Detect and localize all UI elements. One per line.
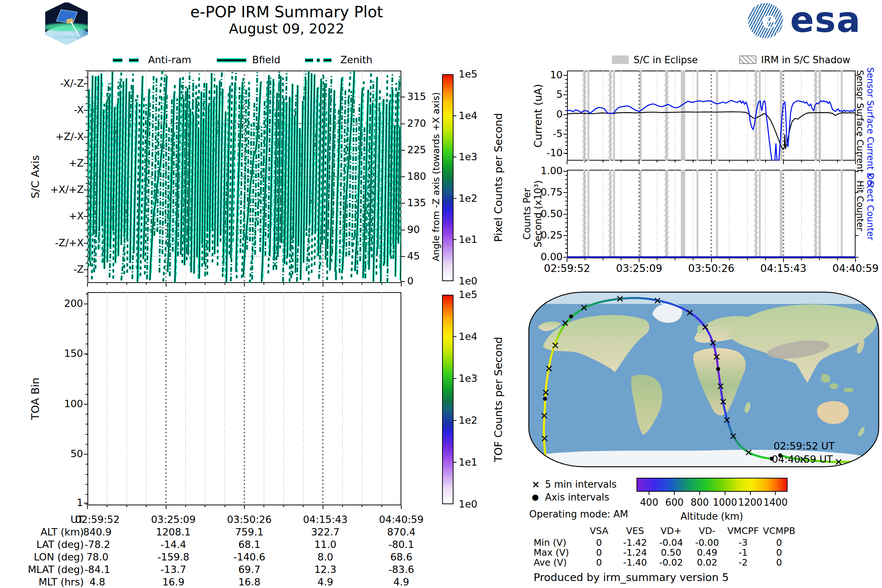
counts-plot-svg xyxy=(567,170,855,258)
voltage-cell: 0.50 xyxy=(651,547,691,558)
bfield-legend-label: Bfield xyxy=(252,54,280,65)
axis-tick xyxy=(401,256,405,257)
pixel-colorbar-tick-label: 1e3 xyxy=(459,151,477,162)
toa-tick-label: 200 xyxy=(51,298,83,309)
ephemeris-cell: -13.7 xyxy=(138,564,208,575)
axis-tick xyxy=(86,176,87,177)
pixel-colorbar-tick-label: 1e5 xyxy=(459,68,477,80)
axis-tick xyxy=(86,143,87,144)
current-plot-svg xyxy=(567,70,855,160)
axis-tick xyxy=(86,303,87,304)
pixel-colorbar-tick-label: 1e0 xyxy=(459,275,477,286)
voltage-cell: 0.02 xyxy=(687,557,727,568)
axis-tick xyxy=(565,210,567,210)
axis-tick xyxy=(401,123,405,124)
axis-tick xyxy=(86,474,87,475)
ephemeris-cell: 4.9 xyxy=(366,576,436,588)
axis-tick xyxy=(693,160,693,162)
axis-tick xyxy=(86,210,87,210)
axis-tick xyxy=(86,103,87,104)
axis-tick xyxy=(565,218,567,219)
altitude-colorbar-label: Altitude (km) xyxy=(657,511,767,522)
voltage-cell: -0.00 xyxy=(687,537,727,548)
axis-tick xyxy=(86,454,87,454)
ephemeris-cell: -84.1 xyxy=(63,564,132,575)
counts-right-label-blue: Detect Counter xyxy=(865,173,875,240)
axis-tick xyxy=(565,235,567,236)
ephemeris-cell: 4.8 xyxy=(63,576,132,588)
axis-tick xyxy=(303,506,303,507)
produced-by-note: Produced by irm_summary version 5 xyxy=(534,571,729,584)
axis-tick xyxy=(565,214,567,214)
voltage-cell: -0.04 xyxy=(651,537,691,548)
axis-tick xyxy=(86,243,87,244)
axis-tick xyxy=(565,184,567,184)
axis-tick xyxy=(674,492,675,495)
ephemeris-cell: 02:59:52 xyxy=(63,514,132,525)
axis-tick xyxy=(585,258,585,260)
axis-tick xyxy=(639,258,639,262)
axis-tick xyxy=(126,283,127,285)
axis-tick xyxy=(86,384,87,384)
figure-canvas: CASSIOPE e-POP IRM Summary Plot August 0… xyxy=(0,0,882,588)
voltage-cell: -2 xyxy=(723,557,763,568)
counts-tick-label: 1.00 xyxy=(530,165,562,176)
axis-tick xyxy=(563,257,567,258)
voltage-cell: -1.24 xyxy=(615,547,655,558)
ephemeris-cell: 840.9 xyxy=(63,526,132,538)
ephemeris-cell: 322.7 xyxy=(290,526,360,538)
voltage-cell: 0 xyxy=(759,547,800,558)
axis-tick xyxy=(855,192,858,193)
counts-tick-label: 0.25 xyxy=(530,230,562,241)
voltage-cell: 0.49 xyxy=(687,547,727,558)
toa-bin-ylabel: TOA Bin xyxy=(29,377,42,420)
ephemeris-cell: 1208.1 xyxy=(138,526,208,538)
axis-tick xyxy=(322,283,323,286)
axis-tick xyxy=(86,183,87,184)
axis-tick xyxy=(855,258,856,262)
axis-tick xyxy=(322,506,323,509)
sc-axis-category-label: -X xyxy=(18,104,84,116)
sc-axis-category-label: -Z/+X xyxy=(18,237,84,248)
ephemeris-cell: 69.7 xyxy=(214,564,285,575)
axis-tick xyxy=(565,87,567,87)
axis-tick xyxy=(342,283,343,285)
axis-tick xyxy=(855,114,858,115)
map-time-label: 02:59:52 UT xyxy=(774,440,835,452)
angle-tick-label: 90 xyxy=(407,224,420,235)
axis-tick xyxy=(565,149,567,150)
axis-tick xyxy=(819,160,820,162)
axis-tick xyxy=(775,492,776,495)
shadow-legend-swatch xyxy=(740,56,756,64)
axis-tick xyxy=(693,258,693,260)
axis-tick xyxy=(699,492,700,495)
altitude-tick-label: 1400 xyxy=(759,497,792,508)
axis-tick xyxy=(565,102,567,103)
axis-tick xyxy=(86,196,87,197)
axis-tick xyxy=(86,230,87,230)
axis-tick xyxy=(86,163,87,164)
axis-tick xyxy=(675,160,675,162)
page-title: e-POP IRM Summary Plot xyxy=(66,3,507,21)
shadow-legend-label: IRM in S/C Shadow xyxy=(761,54,850,65)
pixel-colorbar-tick-label: 1e2 xyxy=(459,193,477,204)
axis-tick xyxy=(453,156,456,157)
axis-tick xyxy=(86,236,87,237)
axis-tick xyxy=(801,160,802,162)
axis-tick xyxy=(86,137,87,138)
toa-tick-label: 100 xyxy=(51,398,83,410)
axis-tick xyxy=(565,134,567,135)
counts-right-label-black: Hit Counter xyxy=(855,180,865,231)
ephemeris-cell: -140.6 xyxy=(214,551,285,562)
right-time-tick-label: 03:25:09 xyxy=(608,262,670,274)
sc-axis-category-label: -X/-Z xyxy=(18,78,84,89)
axis-tick xyxy=(86,130,87,131)
voltage-col-header: VD- xyxy=(687,525,727,536)
axis-tick xyxy=(225,506,225,507)
axis-tick xyxy=(855,257,858,258)
axis-tick xyxy=(185,283,186,285)
ground-track-map: 02:59:52 UT04:40:59 UT xyxy=(528,291,879,468)
toa-tick-label: 1 xyxy=(51,497,83,508)
axis-tick xyxy=(565,94,567,95)
axis-tick xyxy=(86,256,87,257)
